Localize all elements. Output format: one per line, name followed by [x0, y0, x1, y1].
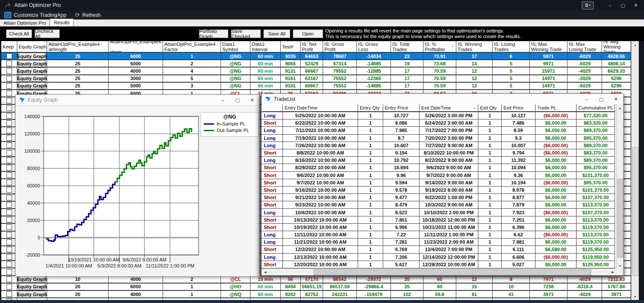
- keep-checkbox[interactable]: [6, 105, 12, 111]
- column-header[interactable]: Test#: [281, 41, 301, 52]
- keep-checkbox[interactable]: [6, 202, 12, 208]
- keep-checkbox[interactable]: [6, 210, 12, 215]
- tradelist-column-header[interactable]: Entry DateTime: [283, 104, 358, 111]
- equity-graph-button[interactable]: Equity Graph: [18, 75, 46, 82]
- column-header[interactable]: IS: Gross Loss: [357, 41, 391, 52]
- tradelist-close-button[interactable]: ✕: [609, 94, 623, 104]
- keep-checkbox[interactable]: [6, 83, 12, 89]
- equity-graph-button[interactable]: Equity Graph: [18, 60, 46, 67]
- column-header[interactable]: AttainOptPro_Example4 : atrlength: [47, 41, 109, 52]
- trade-row[interactable]: Long12/13/2022 10:00:00 AM17.20612/14/20…: [262, 254, 615, 261]
- equity-graph-button[interactable]: Equity Graph: [18, 68, 46, 74]
- keep-checkbox[interactable]: [6, 261, 12, 267]
- equity-maximize-button[interactable]: ▢: [230, 95, 245, 105]
- tab-results[interactable]: Results: [50, 19, 74, 26]
- column-header[interactable]: AttainOptPro_Example4 : Factor: [163, 41, 221, 52]
- column-header[interactable]: IS: Max Winning Trade: [530, 41, 567, 52]
- menu-customize-tradingapp[interactable]: Customize TradingApp: [0, 10, 70, 19]
- results-row[interactable]: Equity Graph2060001@HO60 min849456651.19…: [1, 284, 631, 291]
- keep-checkbox[interactable]: [6, 217, 12, 222]
- scroll-right-icon[interactable]: ▶: [609, 269, 616, 275]
- trade-row[interactable]: Short9/16/2022 10:00:00 AM19.5789/19/202…: [262, 187, 615, 194]
- equity-graph-button[interactable]: Equity Graph: [18, 83, 46, 89]
- keep-checkbox[interactable]: [6, 98, 12, 103]
- keep-checkbox[interactable]: [6, 113, 12, 119]
- keep-checkbox[interactable]: [6, 61, 12, 66]
- keep-checkbox[interactable]: [6, 291, 12, 297]
- tradelist-column-header[interactable]: Entry Price: [383, 104, 420, 111]
- keep-checkbox[interactable]: [6, 180, 12, 185]
- tradelist-column-header[interactable]: Cummulative PL: [577, 104, 615, 111]
- scroll-left-icon[interactable]: ◀: [262, 269, 269, 275]
- tradelist-vertical-scrollbar[interactable]: ▲ ▼: [616, 104, 623, 269]
- keep-checkbox[interactable]: [6, 284, 12, 290]
- results-row[interactable]: Equity Graph2550002@NG60 min906552429673…: [1, 60, 631, 68]
- tradelist-column-header[interactable]: Trade PL: [535, 104, 577, 111]
- keep-checkbox[interactable]: [6, 90, 12, 96]
- column-header[interactable]: Data1: Symbol: [221, 41, 250, 52]
- trade-row[interactable]: Long11/21/2022 10:00:00 AM17.28111/23/20…: [262, 239, 615, 246]
- results-row[interactable]: Equity Graph2040001@NQ60 min920282752242…: [1, 291, 631, 298]
- keep-checkbox[interactable]: [6, 232, 12, 238]
- keep-checkbox[interactable]: [6, 277, 12, 282]
- column-header[interactable]: Keep: [1, 41, 17, 52]
- user-menu-button[interactable]: S ▾: [582, 1, 594, 10]
- results-row[interactable]: Equity Graph1040002@CL15 min565717086542…: [1, 276, 631, 284]
- tab-attain-optimizer-pro[interactable]: Attain Optimizer Pro: [0, 19, 50, 26]
- keep-checkbox[interactable]: [6, 165, 12, 171]
- tradelist-vscroll-thumb[interactable]: [617, 179, 623, 258]
- tradelist-column-header[interactable]: Exit Price: [502, 104, 535, 111]
- keep-checkbox[interactable]: [6, 142, 12, 148]
- trade-row[interactable]: Short9/21/2022 10:00:00 AM19.4779/22/202…: [262, 194, 615, 201]
- keep-checkbox[interactable]: [6, 76, 12, 81]
- keep-checkbox[interactable]: [6, 120, 12, 126]
- keep-checkbox[interactable]: [6, 224, 12, 230]
- equity-minimize-button[interactable]: –: [215, 95, 230, 105]
- keep-checkbox[interactable]: [6, 254, 12, 260]
- trade-row[interactable]: Long10/6/2022 10:00:00 AM18.52310/10/202…: [262, 209, 615, 216]
- results-row[interactable]: Equity Graph2560001@NG60 min903564653786…: [1, 53, 631, 60]
- trade-row[interactable]: Short12/2/2022 10:00:00 AM16.76912/4/202…: [262, 246, 615, 253]
- trade-row[interactable]: Short9/7/2022 10:00:00 AM19.5949/14/2022…: [262, 179, 615, 187]
- trade-row[interactable]: Short8/29/2022 10:00:00 AM110.6949/6/202…: [262, 164, 615, 171]
- check-all-button[interactable]: Check All: [6, 29, 32, 38]
- keep-checkbox[interactable]: [6, 172, 12, 178]
- scroll-down-icon[interactable]: ▼: [631, 293, 639, 300]
- keep-checkbox[interactable]: [6, 239, 12, 245]
- tradelist-column-header[interactable]: Entry Qty: [358, 104, 383, 111]
- keep-checkbox[interactable]: [6, 150, 12, 156]
- portfolio-graph-button[interactable]: Portfolio Graph: [199, 29, 228, 38]
- tradelist-column-header[interactable]: Exit Qty: [478, 104, 502, 111]
- equity-graph-button[interactable]: Equity Graph: [18, 284, 46, 290]
- column-header[interactable]: IS: Gross Profit: [323, 41, 357, 52]
- results-row[interactable]: Equity Graph2540004@NG60 min913166667795…: [1, 68, 631, 75]
- equity-close-button[interactable]: ✕: [245, 95, 260, 105]
- equity-graph-titlebar[interactable]: Equity Graph – ▢ ✕: [16, 95, 260, 106]
- tradelist-titlebar[interactable]: TradeList – ▢ ✕: [262, 94, 623, 105]
- results-row[interactable]: Equity Graph2530005@NG60 min916163187755…: [1, 75, 631, 83]
- keep-checkbox[interactable]: [6, 158, 12, 163]
- trade-row[interactable]: Short9/6/2022 10:00:00 AM19.969/7/2022 9…: [262, 172, 615, 179]
- equity-graph-button[interactable]: Equity Graph: [18, 291, 46, 297]
- column-header[interactable]: IS: % Profitable▼: [423, 41, 456, 52]
- trade-row[interactable]: Short6/22/2022 10:00:00 AM18.0866/24/202…: [262, 119, 615, 127]
- scroll-up-icon[interactable]: ▲: [631, 41, 639, 48]
- trade-row[interactable]: Long7/11/2022 10:00:00 AM17.9857/17/2022…: [262, 127, 615, 134]
- close-button[interactable]: ✕: [629, 0, 642, 10]
- trade-row[interactable]: Short10/19/2022 10:00:00 AM16.99610/21/2…: [262, 224, 615, 231]
- trade-row[interactable]: Short9/23/2022 10:00:00 AM18.47910/3/202…: [262, 201, 615, 209]
- column-header[interactable]: IS: Losing Trades: [493, 41, 530, 52]
- main-scrollbar-thumb[interactable]: [632, 147, 639, 276]
- column-header[interactable]: Data1: Interval: [250, 41, 281, 52]
- trade-row[interactable]: Short10/13/2022 10:00:00 AM17.85110/18/2…: [262, 216, 615, 224]
- column-header[interactable]: Equity Graph: [17, 41, 47, 52]
- save-all-button[interactable]: Save All: [263, 29, 290, 38]
- trade-row[interactable]: Long7/26/2022 10:00:00 AM110.6077/27/202…: [262, 142, 615, 149]
- keep-checkbox[interactable]: [6, 269, 12, 275]
- tradelist-horizontal-scrollbar[interactable]: ◀ ▶: [262, 268, 616, 275]
- results-row[interactable]: Equity Graph2550003@NG60 min910160667755…: [1, 83, 631, 90]
- tradelist-hscroll-thumb[interactable]: [314, 269, 591, 275]
- column-header[interactable]: IS: Total Trades: [391, 41, 423, 52]
- uncheck-all-button[interactable]: Uncheck All: [35, 29, 60, 38]
- equity-graph-button[interactable]: Equity Graph: [18, 53, 46, 59]
